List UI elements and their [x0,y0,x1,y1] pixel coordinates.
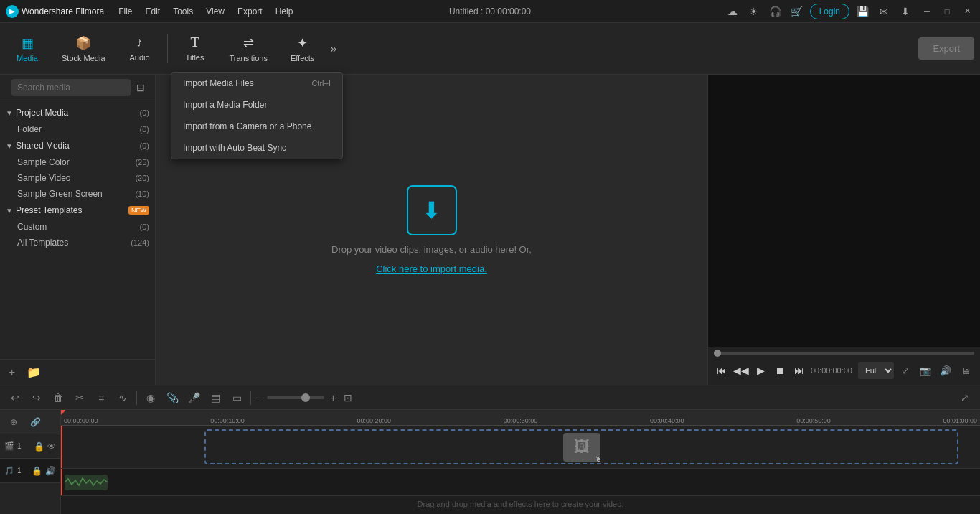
folder-count: (0) [140,125,149,134]
scene-detect-button[interactable]: ◉ [141,388,160,407]
frame-back-button[interactable]: ◀◀ [733,360,750,380]
tool-transitions[interactable]: ⇌ Transitions [220,31,278,67]
save-icon[interactable]: 💾 [854,3,871,20]
sun-icon[interactable]: ☀ [745,3,763,20]
cut-button[interactable]: ✂ [70,388,89,407]
project-media-section: ▼ Project Media (0) Folder (0) [0,104,155,137]
preview-panel: ⏮ ◀◀ ▶ ⏹ ⏭ 00:00:00:00 Full 1/2 1/4 ⤢ 📷 … [707,75,980,385]
monitor-icon[interactable]: 🖥 [957,362,974,379]
tool-stock-media[interactable]: 📦 Stock Media [52,31,116,67]
export-button[interactable]: Export [918,37,974,60]
import-link[interactable]: Click here to import media. [376,263,487,274]
headphone-icon[interactable]: 🎧 [767,3,784,20]
upload-icon-box: ⬇ [407,185,457,235]
ruler-label-row: ⊕ 🔗 [0,410,60,434]
clip-button[interactable]: 📎 [163,388,182,407]
menu-tools[interactable]: Tools [167,4,199,19]
add-marker-button[interactable]: ⊕ [4,413,23,431]
menu-help[interactable]: Help [270,4,299,19]
app-logo: ▶ Wondershare Filmora [6,5,104,18]
redo-button[interactable]: ↪ [27,388,46,407]
subtitle-button[interactable]: ▭ [227,388,246,407]
audio-track[interactable] [61,469,980,496]
open-folder-icon[interactable]: 📁 [24,363,44,382]
video-track-controls: 🔒 👁 [34,441,56,452]
filter-icon[interactable]: ⊟ [133,79,148,96]
preview-timeline-handle[interactable] [714,350,721,357]
preview-timeline-bar[interactable] [714,352,974,355]
cart-icon[interactable]: 🛒 [788,3,806,20]
import-media-files-item[interactable]: Import Media Files Ctrl+I [171,73,342,94]
audio-lock-icon[interactable]: 🔒 [32,466,42,476]
restore-button[interactable]: □ [940,4,954,19]
timeline-content: 00:00:00:00 00:00:10:00 00:00:20:00 00:0… [61,410,980,514]
shared-media-label: Shared Media [16,141,140,151]
tool-effects[interactable]: ✦ Effects [281,31,324,67]
menu-export[interactable]: Export [232,4,268,19]
snapshot-icon[interactable]: 📷 [917,362,934,379]
preset-templates-header[interactable]: ▼ Preset Templates NEW [0,202,155,219]
shared-media-header[interactable]: ▼ Shared Media (0) [0,137,155,154]
undo-button[interactable]: ↩ [6,388,24,407]
search-input[interactable] [11,79,131,96]
link-button[interactable]: 🔗 [26,413,44,431]
skip-back-button[interactable]: ⏮ [714,360,730,380]
more-tools-arrow[interactable]: » [327,39,339,58]
volume-icon[interactable]: 🔊 [937,362,954,379]
snap-button[interactable]: ⤢ [956,388,974,407]
timeline-body: ⊕ 🔗 🎬 1 🔒 👁 🎵 1 🔒 🔊 [0,410,980,514]
quality-select[interactable]: Full 1/2 1/4 [858,362,894,379]
close-button[interactable]: ✕ [960,4,974,19]
audio-mute-icon[interactable]: 🔊 [45,466,56,476]
import-with-beat-sync-item[interactable]: Import with Auto Beat Sync [171,137,342,159]
sample-color-item[interactable]: Sample Color (25) [0,154,155,170]
sample-green-screen-item[interactable]: Sample Green Screen (10) [0,186,155,202]
preset-templates-chevron: ▼ [6,207,13,215]
menu-view[interactable]: View [200,4,230,19]
video-drop-zone[interactable]: 🖼 🖱 [204,429,958,464]
timeline: ↩ ↪ 🗑 ✂ ≡ ∿ ◉ 📎 🎤 ▤ ▭ − + ⊡ ⤢ ⊕ 🔗 🎬 1 [0,385,980,514]
folder-item[interactable]: Folder (0) [0,121,155,137]
project-media-header[interactable]: ▼ Project Media (0) [0,104,155,121]
sample-video-item[interactable]: Sample Video (20) [0,170,155,186]
import-media-folder-item[interactable]: Import a Media Folder [171,94,342,116]
audio-track-controls: 🔒 🔊 [32,466,56,476]
skip-forward-button[interactable]: ⏭ [791,360,808,380]
eye-icon[interactable]: 👁 [47,441,56,452]
preset-templates-section: ▼ Preset Templates NEW Custom (0) All Te… [0,202,155,251]
grid-icon[interactable]: ⋮⋮ [151,79,156,96]
zoom-slider[interactable] [267,396,324,399]
mic-button[interactable]: 🎤 [184,388,203,407]
lock-icon[interactable]: 🔒 [34,441,44,452]
media-icon: ▦ [22,35,34,51]
add-folder-icon[interactable]: + [6,363,18,382]
menu-edit[interactable]: Edit [140,4,166,19]
menu-file[interactable]: File [113,4,138,19]
fit-button[interactable]: ⊡ [339,388,357,407]
mail-icon[interactable]: ✉ [875,3,892,20]
tool-media[interactable]: ▦ Media [6,31,49,67]
titlebar-right: ☁ ☀ 🎧 🛒 Login 💾 ✉ ⬇ ─ □ ✕ [724,3,974,20]
zoom-out-button[interactable]: − [255,392,261,403]
all-templates-item[interactable]: All Templates (124) [0,235,155,251]
tool-titles[interactable]: T Titles [174,31,217,66]
download-icon[interactable]: ⬇ [897,3,914,20]
video-track[interactable]: 🖼 🖱 [61,426,980,469]
custom-item[interactable]: Custom (0) [0,219,155,235]
audio-button[interactable]: ∿ [113,388,132,407]
zoom-in-button[interactable]: + [330,392,336,403]
cloud-icon[interactable]: ☁ [724,3,741,20]
login-button[interactable]: Login [810,4,849,19]
timeline-toolbar: ↩ ↪ 🗑 ✂ ≡ ∿ ◉ 📎 🎤 ▤ ▭ − + ⊡ ⤢ [0,386,980,410]
import-from-camera-item[interactable]: Import from a Camera or a Phone [171,116,342,137]
main-area: Import ▾ Record ▾ ⊟ ⋮⋮ ▼ Project Media (… [0,75,980,385]
settings-button[interactable]: ≡ [92,388,110,407]
play-button[interactable]: ▶ [753,360,769,380]
stop-button[interactable]: ⏹ [772,360,788,380]
fullscreen-icon[interactable]: ⤢ [897,362,914,379]
delete-button[interactable]: 🗑 [49,388,67,407]
zoom-handle[interactable] [301,393,310,402]
captions-button[interactable]: ▤ [206,388,225,407]
tool-audio[interactable]: ♪ Audio [118,31,161,66]
minimize-button[interactable]: ─ [920,4,934,19]
